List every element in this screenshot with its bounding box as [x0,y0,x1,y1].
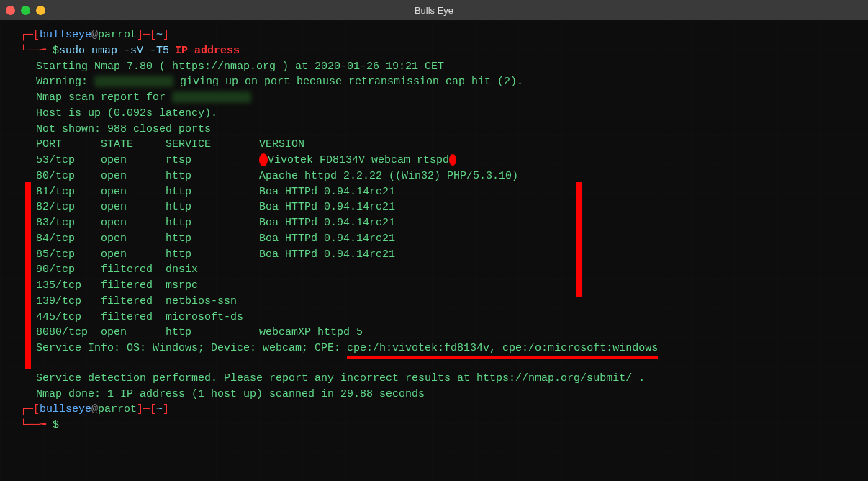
output-warning: Warning: giving up on port because retra… [36,74,861,90]
redacted-ip [172,91,251,103]
table-row: 139/tcpfilterednetbios-ssn [36,294,861,310]
table-row: 8080/tcpopenhttpwebcamXP httpd 5 [36,325,861,341]
prompt-line-2: ┌─[bullseye@parrot]─[~] [36,402,861,418]
table-row: 445/tcpfilteredmicrosoft-ds [36,310,861,325]
command-text: sudo nmap -sV -T5 [59,45,169,57]
prompt-cursor-line[interactable]: └──╼ $ [36,418,861,433]
titlebar: Bulls Eye [0,0,868,20]
ip-address-label: IP address [175,45,240,57]
close-button[interactable] [6,6,15,15]
annotation-oval [449,154,456,166]
output-done: Nmap done: 1 IP address (1 host up) scan… [36,387,861,403]
terminal[interactable]: ┌─[bullseye@parrot]─[~] └──╼ $sudo nmap … [0,20,868,481]
prompt-cwd: ~ [156,29,163,41]
table-row: 90/tcpfiltereddnsix [36,262,861,278]
table-row: 81/tcpopenhttpBoa HTTPd 0.94.14rc21 [36,184,861,200]
window-title: Bulls Eye [415,5,453,16]
table-row: 80/tcpopenhttpApache httpd 2.2.22 ((Win3… [36,168,861,184]
prompt-user: bullseye [40,29,91,41]
table-row: 83/tcpopenhttpBoa HTTPd 0.94.14rc21 [36,215,861,231]
output-starting: Starting Nmap 7.80 ( https://nmap.org ) … [36,59,861,75]
table-header: PORTSTATESERVICEVERSION [36,137,861,153]
table-row: 53/tcpopenrtspVivotek FD8134V webcam rts… [36,153,861,168]
prompt-host: parrot [98,29,137,41]
service-info: Service Info: OS: Windows; Device: webca… [36,341,861,356]
output-scan-report: Nmap scan report for [36,90,861,106]
output-detection: Service detection performed. Please repo… [36,371,861,387]
command-line: └──╼ $sudo nmap -sV -T5IP address [36,43,861,59]
annotation-bar-left [25,182,31,369]
window-controls [6,6,45,15]
prompt-line-1: ┌─[bullseye@parrot]─[~] [36,27,861,43]
annotation-underline: cpe:/h:vivotek:fd8134v, cpe:/o:microsoft… [347,342,658,359]
output-not-shown: Not shown: 988 closed ports [36,122,861,138]
maximize-button[interactable] [36,6,45,15]
table-row: 84/tcpopenhttpBoa HTTPd 0.94.14rc21 [36,231,861,247]
table-row: 85/tcpopenhttpBoa HTTPd 0.94.14rc21 [36,247,861,263]
annotation-oval [259,153,268,166]
prompt-symbol: $ [53,45,59,57]
table-row: 135/tcpfilteredmsrpc [36,278,861,294]
output-host-up: Host is up (0.092s latency). [36,106,861,122]
minimize-button[interactable] [21,6,30,15]
table-row: 82/tcpopenhttpBoa HTTPd 0.94.14rc21 [36,199,861,215]
annotation-bar-right [576,182,582,297]
redacted-ip [94,76,173,87]
